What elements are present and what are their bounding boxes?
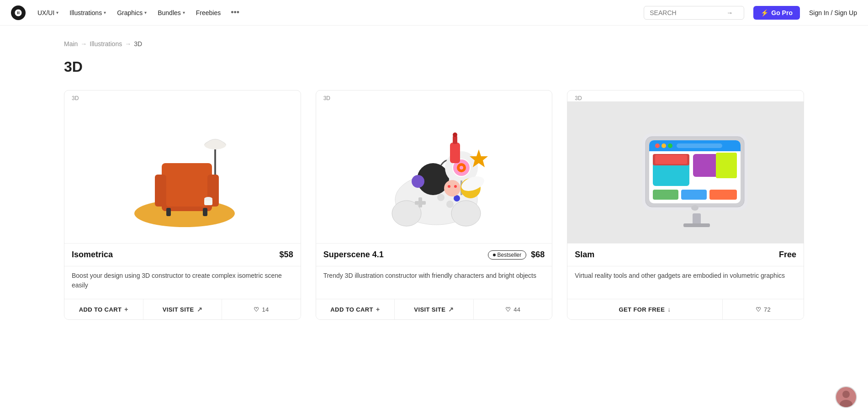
card-title: Superscene 4.1 <box>323 250 384 260</box>
card-badge: 3D <box>316 90 552 101</box>
card-price-area: Bestseller $68 <box>488 250 545 260</box>
svg-point-32 <box>412 175 424 188</box>
nav-item-bundles[interactable]: Bundles ▾ <box>153 6 190 19</box>
product-card-isometrica: 3D <box>64 90 301 320</box>
nav-item-freebies[interactable]: Freebies <box>191 6 225 19</box>
plus-icon: + <box>376 306 380 313</box>
like-button[interactable]: ♡ 14 <box>222 299 301 319</box>
card-actions-slam: GET FOR FREE ↓ ♡ 72 <box>567 299 804 319</box>
visit-site-button[interactable]: VISIT SITE ↗ <box>143 299 222 319</box>
svg-rect-7 <box>166 186 207 207</box>
isometrica-illustration <box>114 108 251 236</box>
slam-illustration <box>617 108 754 236</box>
bestseller-dot <box>493 254 496 256</box>
svg-point-36 <box>448 185 450 188</box>
card-info-slam: Slam Free <box>567 243 804 266</box>
card-image-superscene <box>316 101 552 243</box>
nav-item-illustrations[interactable]: Illustrations ▾ <box>65 6 111 19</box>
logo[interactable] <box>11 5 26 20</box>
card-info-isometrica: Isometrica $58 <box>64 243 301 266</box>
nav-menu: UX/UI ▾ Illustrations ▾ Graphics ▾ Bundl… <box>33 5 243 20</box>
svg-rect-56 <box>681 190 707 200</box>
svg-rect-9 <box>203 208 207 216</box>
main-content: Main → Illustrations → 3D 3D 3D <box>0 26 868 347</box>
visit-site-button[interactable]: VISIT SITE ↗ <box>395 299 474 319</box>
card-info-superscene: Superscene 4.1 Bestseller $68 <box>316 243 552 266</box>
svg-point-11 <box>204 197 212 201</box>
card-actions-isometrica: ADD TO CART + VISIT SITE ↗ ♡ 14 <box>64 299 301 319</box>
svg-point-14 <box>451 201 481 226</box>
card-description: Trendy 3D illustration constructor with … <box>316 266 552 299</box>
go-pro-button[interactable]: ⚡ Go Pro <box>753 6 800 20</box>
card-title: Isometrica <box>72 250 113 260</box>
get-for-free-button[interactable]: GET FOR FREE ↓ <box>567 299 722 319</box>
search-bar: → <box>644 6 744 20</box>
search-arrow-icon[interactable]: → <box>726 9 733 16</box>
add-to-cart-button[interactable]: ADD TO CART + <box>64 299 143 319</box>
search-input[interactable] <box>650 9 723 16</box>
card-price: Free <box>779 250 796 260</box>
add-to-cart-button[interactable]: ADD TO CART + <box>316 299 395 319</box>
page-title: 3D <box>64 58 804 75</box>
sign-in-link[interactable]: Sign In / Sign Up <box>809 9 857 16</box>
like-count: 72 <box>764 306 771 313</box>
breadcrumb: Main → Illustrations → 3D <box>64 40 804 48</box>
svg-rect-18 <box>415 201 426 205</box>
external-link-icon: ↗ <box>197 306 202 313</box>
card-description: Boost your design using 3D constructor t… <box>64 266 301 299</box>
navigation: UX/UI ▾ Illustrations ▾ Graphics ▾ Bundl… <box>0 0 868 26</box>
chevron-down-icon: ▾ <box>104 10 106 15</box>
product-card-slam: 3D <box>567 90 804 320</box>
breadcrumb-current: 3D <box>134 40 142 48</box>
card-image-isometrica <box>64 101 301 243</box>
card-title: Slam <box>575 250 594 260</box>
card-price: $68 <box>531 250 545 260</box>
plus-icon: + <box>124 306 128 313</box>
download-icon: ↓ <box>667 306 671 313</box>
svg-point-47 <box>668 143 672 148</box>
svg-point-58 <box>691 205 699 211</box>
chevron-down-icon: ▾ <box>56 10 58 15</box>
bestseller-badge: Bestseller <box>488 250 527 260</box>
svg-point-37 <box>454 185 457 188</box>
like-button[interactable]: ♡ 44 <box>474 299 552 319</box>
breadcrumb-illustrations[interactable]: Illustrations <box>90 40 122 48</box>
nav-more-button[interactable]: ••• <box>227 5 243 20</box>
heart-icon: ♡ <box>756 306 761 313</box>
svg-point-27 <box>460 166 463 170</box>
bolt-icon: ⚡ <box>761 9 768 16</box>
card-image-slam <box>567 101 804 243</box>
svg-rect-8 <box>166 208 171 216</box>
like-button[interactable]: ♡ 72 <box>723 299 804 319</box>
svg-point-46 <box>662 143 666 148</box>
svg-point-16 <box>446 201 454 208</box>
svg-point-30 <box>453 133 457 137</box>
svg-rect-57 <box>709 190 737 200</box>
like-count: 44 <box>513 306 520 313</box>
card-actions-superscene: ADD TO CART + VISIT SITE ↗ ♡ 44 <box>316 299 552 319</box>
heart-icon: ♡ <box>254 306 259 313</box>
svg-rect-28 <box>450 143 460 163</box>
chevron-down-icon: ▾ <box>183 10 185 15</box>
chevron-down-icon: ▾ <box>144 10 147 15</box>
svg-rect-51 <box>655 155 687 164</box>
svg-point-15 <box>437 194 445 201</box>
product-grid: 3D <box>64 90 804 320</box>
external-link-icon: ↗ <box>448 306 454 313</box>
svg-rect-48 <box>677 143 722 148</box>
heart-icon: ♡ <box>505 306 511 313</box>
breadcrumb-main[interactable]: Main <box>64 40 78 48</box>
superscene-illustration <box>365 108 503 236</box>
card-price: $58 <box>280 250 293 260</box>
product-card-superscene: 3D <box>316 90 553 320</box>
card-description: Virtual reality tools and other gadgets … <box>567 266 804 299</box>
nav-item-uxui[interactable]: UX/UI ▾ <box>33 6 63 19</box>
svg-rect-55 <box>653 190 678 200</box>
like-count: 14 <box>262 306 269 313</box>
svg-rect-39 <box>683 223 710 227</box>
card-badge: 3D <box>64 90 301 101</box>
nav-item-graphics[interactable]: Graphics ▾ <box>112 6 151 19</box>
svg-point-35 <box>444 180 460 196</box>
svg-rect-54 <box>716 153 737 178</box>
breadcrumb-arrow-1: → <box>80 40 87 48</box>
